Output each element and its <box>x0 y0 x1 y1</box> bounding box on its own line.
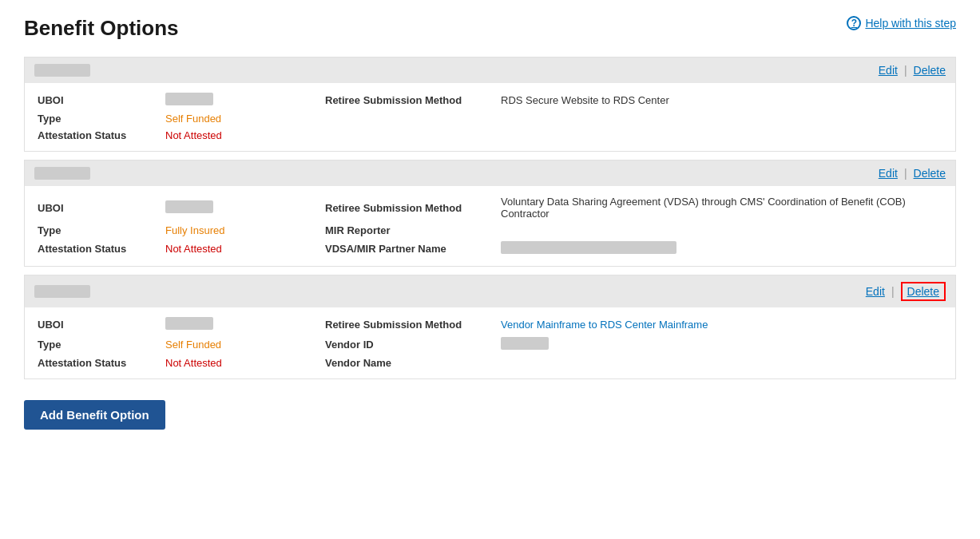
mir-reporter-label-2: MIR Reporter <box>325 224 501 236</box>
separator-2: | <box>904 167 907 180</box>
section-id-placeholder-3 <box>34 285 90 298</box>
attestation-value-1: Not Attested <box>165 129 325 141</box>
help-link-text: Help with this step <box>865 17 956 30</box>
type-label-2: Type <box>38 224 165 236</box>
type-value-3: Self Funded <box>165 339 325 351</box>
uboi-placeholder-3 <box>165 317 213 330</box>
help-link[interactable]: ? Help with this step <box>847 16 956 30</box>
attestation-label-1: Attestation Status <box>38 129 165 141</box>
section-header-3: Edit | Delete <box>25 275 955 307</box>
delete-link-1[interactable]: Delete <box>914 64 946 77</box>
section-actions-2: Edit | Delete <box>879 167 946 180</box>
section-id-placeholder-2 <box>34 167 90 180</box>
type-label-3: Type <box>38 339 165 351</box>
attestation-label-2: Attestation Status <box>38 243 165 255</box>
delete-link-3[interactable]: Delete <box>901 282 946 301</box>
uboi-placeholder-1 <box>165 93 213 105</box>
benefit-section-3: Edit | Delete UBOI Retiree Submission Me… <box>24 275 956 379</box>
page-title: Benefit Options <box>24 16 179 41</box>
section-actions-3: Edit | Delete <box>866 282 946 301</box>
field-grid-2: UBOI Retiree Submission Method Voluntary… <box>38 196 942 256</box>
uboi-value-3 <box>165 317 325 332</box>
edit-link-3[interactable]: Edit <box>866 285 885 298</box>
benefit-section-2: Edit | Delete UBOI Retiree Submission Me… <box>24 160 956 267</box>
separator-3: | <box>891 285 895 298</box>
delete-link-2[interactable]: Delete <box>914 167 946 180</box>
field-grid-1: UBOI Retiree Submission Method RDS Secur… <box>38 93 942 141</box>
uboi-label-2: UBOI <box>38 202 165 214</box>
add-benefit-button[interactable]: Add Benefit Option <box>24 400 165 430</box>
edit-link-1[interactable]: Edit <box>879 64 898 77</box>
edit-link-2[interactable]: Edit <box>879 167 898 180</box>
section-header-1: Edit | Delete <box>25 57 955 83</box>
retiree-sub-label-2: Retiree Submission Method <box>325 202 501 214</box>
page-header: Benefit Options ? Help with this step <box>24 16 956 41</box>
retiree-sub-value-2: Voluntary Data Sharing Agreement (VDSA) … <box>501 196 942 220</box>
attestation-value-2: Not Attested <box>165 243 325 255</box>
separator-1: | <box>904 64 907 77</box>
vendor-id-placeholder-3 <box>501 337 549 350</box>
retiree-sub-value-3: Vendor Mainframe to RDS Center Mainframe <box>501 319 942 331</box>
section-actions-1: Edit | Delete <box>879 64 946 77</box>
field-grid-3: UBOI Retiree Submission Method Vendor Ma… <box>38 317 942 369</box>
type-label-1: Type <box>38 113 165 125</box>
vdsa-mir-placeholder-2 <box>501 241 676 254</box>
section-id-placeholder-1 <box>34 64 90 77</box>
uboi-placeholder-2 <box>165 200 213 213</box>
section-header-2: Edit | Delete <box>25 161 955 186</box>
vendor-id-value-3 <box>501 337 942 352</box>
benefit-section-1: Edit | Delete UBOI Retiree Submission Me… <box>24 57 956 152</box>
section-body-3: UBOI Retiree Submission Method Vendor Ma… <box>25 307 955 378</box>
vendor-name-label-3: Vendor Name <box>325 357 501 369</box>
attestation-value-3: Not Attested <box>165 357 325 369</box>
uboi-value-1 <box>165 93 325 108</box>
vendor-id-label-3: Vendor ID <box>325 339 501 351</box>
section-body-2: UBOI Retiree Submission Method Voluntary… <box>25 186 955 266</box>
retiree-sub-value-1: RDS Secure Website to RDS Center <box>501 94 942 106</box>
type-value-2: Fully Insured <box>165 224 325 236</box>
uboi-label-1: UBOI <box>38 94 165 106</box>
retiree-sub-label-1: Retiree Submission Method <box>325 94 501 106</box>
retiree-sub-label-3: Retiree Submission Method <box>325 319 501 331</box>
section-body-1: UBOI Retiree Submission Method RDS Secur… <box>25 83 955 151</box>
vdsa-mir-value-2 <box>501 241 942 256</box>
help-icon: ? <box>847 16 861 30</box>
uboi-label-3: UBOI <box>38 319 165 331</box>
vdsa-mir-label-2: VDSA/MIR Partner Name <box>325 243 501 255</box>
type-value-1: Self Funded <box>165 113 325 125</box>
uboi-value-2 <box>165 200 325 216</box>
attestation-label-3: Attestation Status <box>38 357 165 369</box>
